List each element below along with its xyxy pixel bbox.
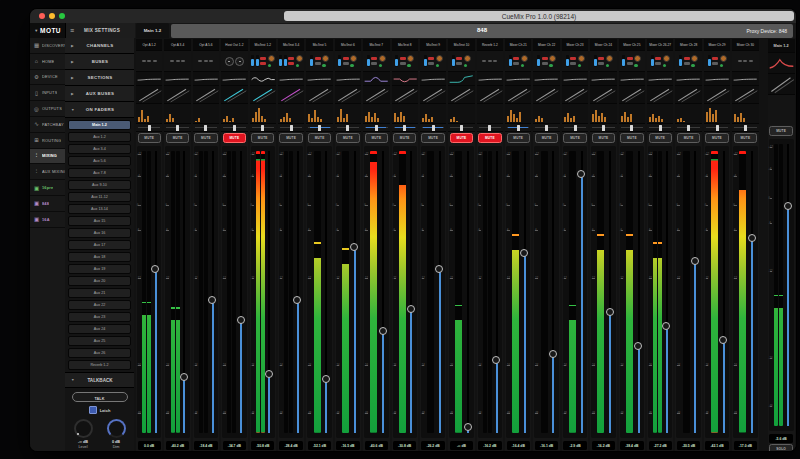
monitor-enable-dot[interactable] <box>379 64 383 68</box>
sidebar-item-device[interactable]: ⚙DEVICE <box>30 70 65 86</box>
pan-control[interactable] <box>335 124 361 132</box>
channel-scribble-strip[interactable]: Mic/Inst 1-2 <box>250 39 276 51</box>
close-window-button[interactable] <box>39 13 45 19</box>
mute-button[interactable]: MUTE <box>365 133 388 143</box>
talkback-section-header[interactable]: ▼ TALKBACK <box>65 372 134 388</box>
pan-control[interactable] <box>448 124 474 132</box>
channel-scribble-strip[interactable]: Mixer Ch 30 <box>732 39 758 51</box>
trim-slider[interactable] <box>251 55 254 67</box>
current-mix-tab[interactable]: Main 1-2 <box>136 23 169 38</box>
eq-thumbnail[interactable] <box>562 72 588 86</box>
phantom-48v-toggle[interactable] <box>598 57 604 60</box>
pan-control[interactable] <box>505 124 531 132</box>
channel-scribble-strip[interactable]: Mic/Inst 7 <box>363 39 389 51</box>
dynamics-thumbnail[interactable] <box>335 86 361 104</box>
pan-control[interactable] <box>250 124 276 132</box>
mute-button[interactable]: MUTE <box>194 133 217 143</box>
on-faders-item-aux-19[interactable]: Aux 19 <box>68 264 131 274</box>
trim-slider[interactable] <box>395 55 398 67</box>
trim-slider[interactable] <box>622 55 625 67</box>
dynamics-thumbnail[interactable] <box>562 86 588 104</box>
channel-scribble-strip[interactable]: Opt A 3-4 <box>164 39 190 51</box>
fader-knob[interactable] <box>691 257 699 265</box>
pan-control[interactable] <box>675 124 701 132</box>
phantom-48v-toggle[interactable] <box>570 57 576 60</box>
channel-scribble-strip[interactable]: Main 1-2 <box>768 39 795 53</box>
gain-knob[interactable] <box>521 55 528 62</box>
pan-handle[interactable] <box>630 125 633 131</box>
trim-slider[interactable] <box>452 55 455 67</box>
on-faders-item-aux-16[interactable]: Aux 16 <box>68 228 131 238</box>
mute-button[interactable]: MUTE <box>308 133 331 143</box>
section-channels[interactable]: ▶CHANNELS <box>65 38 134 54</box>
trim-slider[interactable] <box>708 55 711 67</box>
pan-handle[interactable] <box>659 125 662 131</box>
eq-thumbnail[interactable] <box>164 72 190 86</box>
mute-button[interactable]: MUTE <box>507 133 530 143</box>
mute-button[interactable]: MUTE <box>166 133 189 143</box>
gain-knob[interactable] <box>578 55 585 62</box>
phantom-48v-toggle[interactable] <box>288 62 294 65</box>
pan-control[interactable] <box>193 124 219 132</box>
eq-thumbnail[interactable] <box>363 72 389 86</box>
phantom-48v-toggle[interactable] <box>288 57 294 60</box>
gain-knob[interactable] <box>691 55 698 62</box>
mute-button[interactable]: MUTE <box>478 133 501 143</box>
pan-handle[interactable] <box>602 125 605 131</box>
eq-thumbnail[interactable] <box>590 72 616 86</box>
monitor-enable-dot[interactable] <box>296 64 300 68</box>
mute-button[interactable]: MUTE <box>592 133 615 143</box>
zoom-window-button[interactable] <box>59 13 65 19</box>
eq-thumbnail[interactable] <box>704 72 730 86</box>
on-faders-item-aux-9-10[interactable]: Aux 9-10 <box>68 180 131 190</box>
on-faders-item-aux-13-14[interactable]: Aux 13-14 <box>68 204 131 214</box>
on-faders-item-aux-3-4[interactable]: Aux 3-4 <box>68 144 131 154</box>
pan-handle[interactable] <box>545 125 548 131</box>
on-faders-item-aux-21[interactable]: Aux 21 <box>68 288 131 298</box>
on-faders-item-aux-18[interactable]: Aux 18 <box>68 252 131 262</box>
gain-knob[interactable] <box>634 55 641 62</box>
monitor-enable-dot[interactable] <box>663 64 667 68</box>
fader-knob[interactable] <box>180 373 188 381</box>
pan-handle[interactable] <box>574 125 577 131</box>
mute-button[interactable]: MUTE <box>649 133 672 143</box>
pan-control[interactable] <box>562 124 588 132</box>
eq-thumbnail[interactable] <box>533 72 559 86</box>
pan-control[interactable] <box>477 124 503 132</box>
dynamics-thumbnail[interactable] <box>278 86 304 104</box>
eq-thumbnail[interactable] <box>278 72 304 86</box>
trim-slider[interactable] <box>284 55 287 67</box>
on-faders-item-aux-5-6[interactable]: Aux 5-6 <box>68 156 131 166</box>
talk-button[interactable]: TALK <box>72 392 128 402</box>
pan-handle[interactable] <box>290 125 293 131</box>
monitor-enable-dot[interactable] <box>634 64 638 68</box>
fader-knob[interactable] <box>350 243 358 251</box>
channel-scribble-strip[interactable]: Host Out 1-2 <box>221 39 247 51</box>
pan-handle[interactable] <box>318 125 321 131</box>
pad-toggle[interactable] <box>371 62 377 65</box>
fader-knob[interactable] <box>435 265 443 273</box>
gain-knob[interactable] <box>379 55 386 62</box>
dynamics-thumbnail[interactable] <box>768 74 795 95</box>
fader-knob[interactable] <box>237 316 245 324</box>
dynamics-thumbnail[interactable] <box>647 86 673 104</box>
dynamics-thumbnail[interactable] <box>306 86 332 104</box>
trim-slider[interactable] <box>279 55 282 67</box>
pan-control[interactable] <box>704 124 730 132</box>
sidebar-item-outputs[interactable]: ◎OUTPUTS <box>30 101 65 117</box>
eq-thumbnail[interactable] <box>675 72 701 86</box>
pad-toggle[interactable] <box>684 62 690 65</box>
pan-control[interactable] <box>590 124 616 132</box>
sidebar-item-patchbay[interactable]: ∿PATCHBAY <box>30 117 65 133</box>
trim-slider[interactable] <box>367 55 370 67</box>
pad-toggle[interactable] <box>627 62 633 65</box>
gain-knob[interactable] <box>549 55 556 62</box>
channel-scribble-strip[interactable]: Mixer Ch 24 <box>590 39 616 51</box>
phantom-48v-toggle[interactable] <box>260 62 266 65</box>
trim-slider[interactable] <box>310 55 313 67</box>
gain-knob[interactable] <box>606 55 613 62</box>
pan-handle[interactable] <box>488 125 491 131</box>
mute-button[interactable]: MUTE <box>223 133 246 143</box>
pan-handle[interactable] <box>432 125 435 131</box>
trim-slider[interactable] <box>651 55 654 67</box>
